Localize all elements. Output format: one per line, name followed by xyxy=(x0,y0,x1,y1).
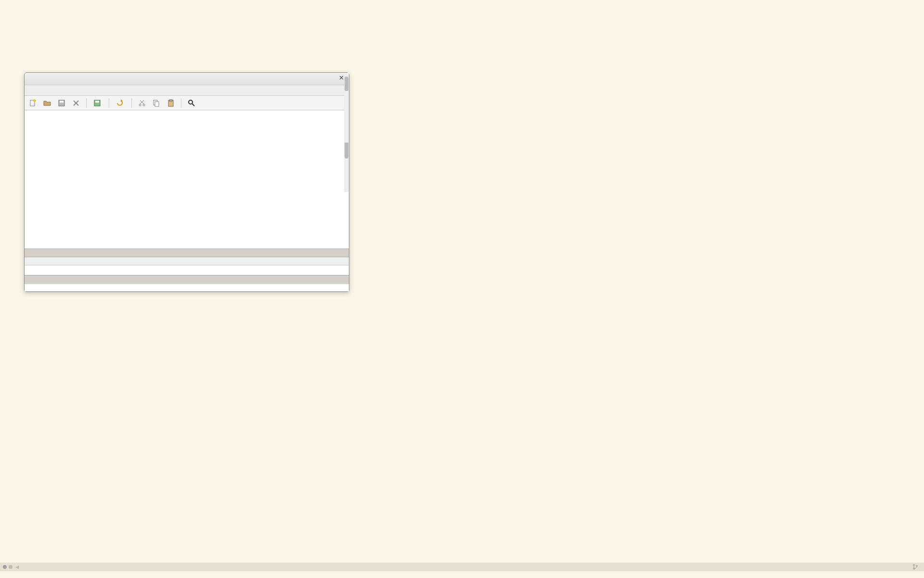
toolbar xyxy=(25,96,349,110)
svg-point-19 xyxy=(913,568,915,569)
copy-icon[interactable] xyxy=(151,98,162,108)
window-titlebar[interactable]: ✕ xyxy=(25,73,349,85)
svg-rect-15 xyxy=(169,100,172,101)
svg-rect-7 xyxy=(95,101,99,103)
modeline-upper[interactable] xyxy=(25,249,349,257)
search-icon[interactable] xyxy=(186,98,197,108)
new-file-icon[interactable] xyxy=(27,98,38,108)
toolbar-separator xyxy=(109,98,109,108)
save-disk-icon[interactable] xyxy=(56,98,67,108)
cut-icon[interactable] xyxy=(137,98,147,108)
menubar xyxy=(25,85,349,96)
code-pane[interactable] xyxy=(25,110,349,249)
minibuffer[interactable] xyxy=(25,284,349,291)
svg-point-16 xyxy=(189,100,192,104)
scrollbar-thumb[interactable] xyxy=(345,77,348,91)
svg-line-17 xyxy=(192,104,194,106)
undo-button[interactable] xyxy=(114,98,127,108)
which-key-bar xyxy=(0,571,924,578)
svg-rect-3 xyxy=(60,101,64,103)
git-branch xyxy=(912,563,918,571)
toolbar-separator xyxy=(86,98,87,108)
info-pane[interactable] xyxy=(25,265,349,275)
open-file-icon[interactable] xyxy=(42,98,52,108)
info-header xyxy=(25,257,349,265)
toolbar-separator xyxy=(131,98,132,108)
svg-point-9 xyxy=(143,104,145,106)
emacs-inner-window: ✕ xyxy=(24,72,349,292)
back-arrow-icon[interactable]: ◀ xyxy=(15,563,19,571)
svg-point-1 xyxy=(34,100,36,102)
svg-point-8 xyxy=(139,104,141,106)
toolbar-separator xyxy=(181,98,181,108)
outer-modeline[interactable]: ◀ xyxy=(0,563,924,571)
status-dot-icon xyxy=(9,565,13,569)
svg-rect-13 xyxy=(155,102,159,106)
modeline-lower[interactable] xyxy=(25,275,349,284)
editor-area: ✕ xyxy=(0,0,924,578)
scrollbar[interactable] xyxy=(344,73,349,143)
status-dot-icon xyxy=(3,565,7,569)
save-button[interactable] xyxy=(91,98,104,108)
close-file-icon[interactable] xyxy=(71,98,81,108)
svg-point-18 xyxy=(913,565,915,566)
paste-icon[interactable] xyxy=(166,98,176,108)
svg-point-20 xyxy=(916,565,918,566)
